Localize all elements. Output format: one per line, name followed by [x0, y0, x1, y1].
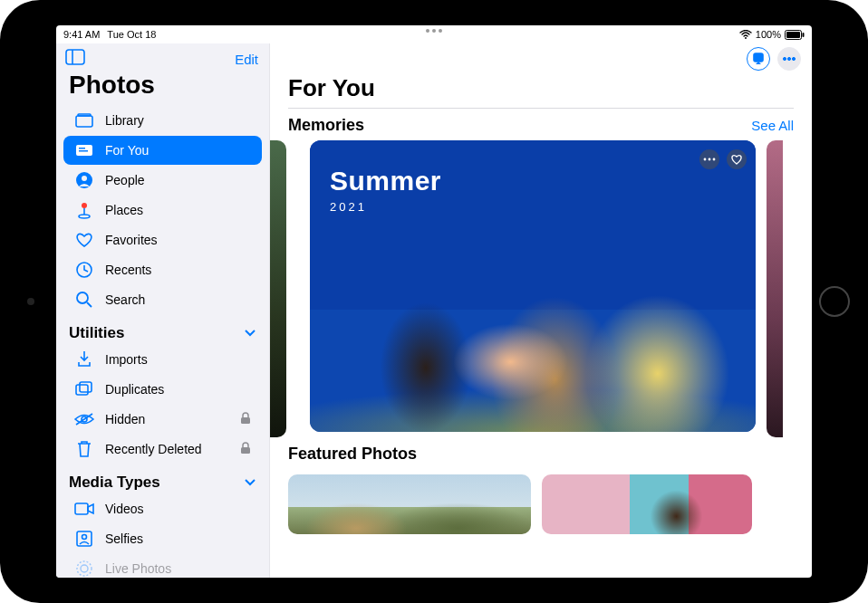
sidebar-item-label: Duplicates: [105, 382, 164, 397]
sidebar-item-search[interactable]: Search: [63, 285, 262, 314]
sidebar-item-label: Recently Deleted: [105, 442, 202, 456]
svg-point-36: [713, 158, 716, 161]
featured-heading: Featured Photos: [288, 445, 417, 464]
memory-subtitle: 2021: [330, 200, 441, 214]
featured-photo[interactable]: [542, 474, 752, 534]
sidebar-item-imports[interactable]: Imports: [63, 345, 262, 374]
section-label: Utilities: [69, 324, 124, 342]
trash-icon: [74, 439, 94, 459]
svg-point-31: [783, 57, 786, 60]
selfies-icon: [74, 529, 94, 549]
live-photos-icon: [74, 559, 94, 578]
svg-point-0: [745, 37, 747, 39]
sidebar-item-for-you[interactable]: For You: [63, 136, 262, 165]
sidebar-item-label: Favorites: [105, 233, 158, 247]
svg-rect-7: [78, 114, 91, 116]
memory-title: Summer: [330, 166, 441, 196]
people-icon: [74, 170, 94, 190]
cast-button[interactable]: [747, 47, 770, 71]
svg-rect-9: [79, 148, 85, 149]
svg-rect-20: [80, 382, 92, 392]
sidebar-item-label: People: [105, 173, 145, 187]
sidebar-item-recents[interactable]: Recents: [63, 255, 262, 284]
featured-photo[interactable]: [288, 474, 531, 534]
sidebar-item-people[interactable]: People: [63, 166, 262, 195]
multitask-indicator[interactable]: [426, 29, 442, 33]
app-body: Edit Photos Library For You People: [56, 43, 812, 578]
chevron-down-icon: [244, 474, 256, 492]
status-time: 9:41 AM: [63, 29, 100, 40]
more-button[interactable]: [777, 47, 801, 71]
page-title: For You: [270, 71, 812, 108]
svg-point-13: [82, 203, 87, 208]
ipad-frame: 9:41 AM Tue Oct 18 100%: [0, 0, 868, 603]
sidebar-item-label: Live Photos: [105, 561, 171, 576]
memories-heading: Memories: [288, 116, 364, 135]
hidden-icon: [74, 409, 94, 429]
svg-rect-3: [803, 33, 805, 37]
sidebar-item-videos[interactable]: Videos: [63, 494, 262, 523]
sidebar-item-places[interactable]: Places: [63, 196, 262, 225]
svg-point-28: [81, 565, 88, 572]
battery-percent: 100%: [756, 29, 781, 40]
wifi-icon: [739, 30, 752, 39]
svg-point-27: [82, 535, 87, 540]
svg-point-34: [704, 158, 707, 161]
sidebar-item-hidden[interactable]: Hidden: [63, 405, 262, 434]
svg-rect-2: [786, 32, 800, 38]
see-all-link[interactable]: See All: [751, 118, 794, 133]
svg-rect-30: [754, 53, 763, 62]
sidebar-section-media-types[interactable]: Media Types: [56, 464, 269, 493]
svg-point-33: [792, 57, 795, 60]
svg-point-17: [77, 292, 88, 303]
memories-carousel[interactable]: Summer 2021: [270, 140, 812, 437]
video-icon: [74, 499, 94, 519]
main-toolbar: [270, 43, 812, 71]
memory-card-prev-peek[interactable]: [270, 140, 286, 437]
status-bar: 9:41 AM Tue Oct 18 100%: [56, 25, 812, 43]
memory-favorite-icon[interactable]: [727, 149, 747, 169]
duplicates-icon: [74, 379, 94, 399]
svg-point-32: [787, 57, 790, 60]
sidebar-item-live-photos[interactable]: Live Photos: [63, 554, 262, 578]
main-content: For You Memories See All Summer 2021: [270, 43, 812, 578]
edit-button[interactable]: Edit: [235, 52, 258, 67]
sidebar-item-favorites[interactable]: Favorites: [63, 225, 262, 254]
svg-rect-4: [66, 50, 84, 64]
memory-title-block: Summer 2021: [330, 166, 441, 214]
featured-carousel[interactable]: [270, 469, 812, 534]
section-label: Media Types: [69, 474, 160, 492]
sidebar-nav: Library For You People Places: [56, 105, 269, 578]
search-icon: [74, 290, 94, 310]
svg-rect-24: [241, 447, 250, 454]
battery-icon: [785, 30, 805, 40]
lock-icon: [240, 412, 251, 427]
sidebar-title: Photos: [56, 71, 269, 105]
sidebar-item-library[interactable]: Library: [63, 106, 262, 135]
screen: 9:41 AM Tue Oct 18 100%: [56, 25, 812, 578]
sidebar-item-label: Places: [105, 203, 143, 217]
memory-card[interactable]: Summer 2021: [310, 140, 756, 432]
svg-rect-19: [76, 385, 88, 395]
sidebar-item-label: Selfies: [105, 531, 143, 546]
memory-card-next-peek[interactable]: [767, 140, 783, 437]
sidebar-item-label: Search: [105, 292, 145, 307]
sidebar-item-label: Library: [105, 113, 144, 128]
memory-more-icon[interactable]: [699, 149, 719, 169]
svg-rect-23: [241, 417, 250, 424]
chevron-down-icon: [244, 324, 256, 342]
home-button[interactable]: [819, 286, 850, 317]
sidebar-toggle-icon[interactable]: [65, 49, 85, 69]
sidebar-item-selfies[interactable]: Selfies: [63, 524, 262, 553]
status-date: Tue Oct 18: [107, 29, 156, 40]
sidebar-item-duplicates[interactable]: Duplicates: [63, 375, 262, 404]
svg-point-35: [709, 158, 711, 161]
sidebar-item-recently-deleted[interactable]: Recently Deleted: [63, 435, 262, 464]
memories-header-row: Memories See All: [270, 109, 812, 140]
sidebar-section-utilities[interactable]: Utilities: [56, 315, 269, 344]
clock-icon: [74, 260, 94, 280]
svg-rect-6: [76, 116, 92, 127]
sidebar-item-label: For You: [105, 143, 149, 158]
sidebar-item-label: Hidden: [105, 412, 145, 426]
import-icon: [74, 349, 94, 369]
